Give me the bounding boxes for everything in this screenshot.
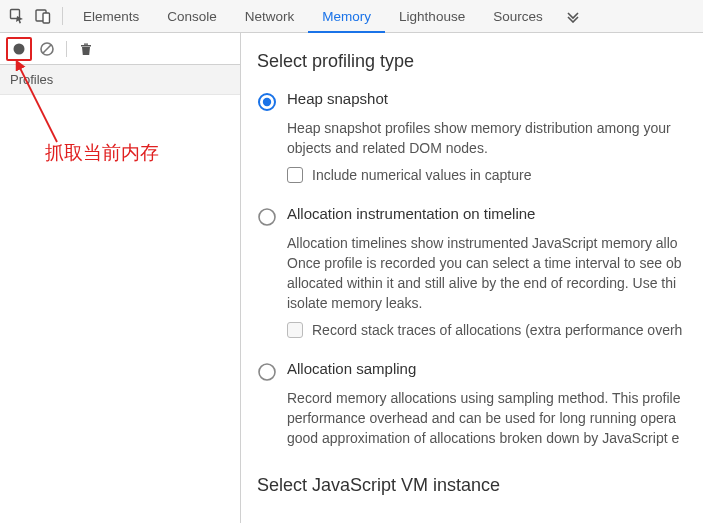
- checkbox-disabled-icon[interactable]: [287, 322, 303, 338]
- svg-point-3: [14, 43, 25, 54]
- device-toolbar-icon[interactable]: [30, 3, 56, 29]
- tab-console[interactable]: Console: [153, 0, 231, 33]
- clear-icon[interactable]: [34, 37, 60, 61]
- record-button[interactable]: [6, 37, 32, 61]
- allocation-record-stacktraces[interactable]: Record stack traces of allocations (extr…: [287, 322, 703, 338]
- option-allocation-sampling[interactable]: Allocation sampling: [257, 360, 703, 382]
- radio-unselected-icon[interactable]: [257, 207, 277, 227]
- heap-snapshot-label: Heap snapshot: [287, 90, 388, 107]
- allocation-sampling-desc: Record memory allocations using sampling…: [287, 388, 703, 449]
- tab-lighthouse[interactable]: Lighthouse: [385, 0, 479, 33]
- devtools-tabbar: Elements Console Network Memory Lighthou…: [0, 0, 703, 33]
- allocation-subcheck-label: Record stack traces of allocations (extr…: [312, 322, 682, 338]
- sidebar-profiles-header: Profiles: [0, 65, 240, 95]
- sidebar: Profiles: [0, 33, 241, 523]
- more-tabs-icon[interactable]: [557, 9, 587, 23]
- allocation-timeline-label: Allocation instrumentation on timeline: [287, 205, 535, 222]
- allocation-timeline-desc: Allocation timelines show instrumented J…: [287, 233, 703, 314]
- radio-unselected-icon[interactable]: [257, 362, 277, 382]
- tab-sources[interactable]: Sources: [479, 0, 557, 33]
- separator: [66, 41, 67, 57]
- sidebar-toolbar: [0, 33, 240, 65]
- option-allocation-instrumentation[interactable]: Allocation instrumentation on timeline: [257, 205, 703, 227]
- profiling-type-title: Select profiling type: [257, 51, 703, 72]
- heap-snapshot-desc: Heap snapshot profiles show memory distr…: [287, 118, 703, 159]
- svg-rect-2: [43, 13, 50, 23]
- checkbox-unchecked-icon[interactable]: [287, 167, 303, 183]
- inspect-element-icon[interactable]: [4, 3, 30, 29]
- panel-content: Select profiling type Heap snapshot Heap…: [241, 33, 703, 523]
- allocation-sampling-label: Allocation sampling: [287, 360, 416, 377]
- separator: [62, 7, 63, 25]
- trash-icon[interactable]: [73, 37, 99, 61]
- heap-subcheck-label: Include numerical values in capture: [312, 167, 531, 183]
- svg-point-7: [263, 98, 271, 106]
- heap-include-numerical[interactable]: Include numerical values in capture: [287, 167, 703, 183]
- svg-point-9: [259, 364, 275, 380]
- tab-network[interactable]: Network: [231, 0, 309, 33]
- radio-selected-icon[interactable]: [257, 92, 277, 112]
- svg-point-8: [259, 209, 275, 225]
- option-heap-snapshot[interactable]: Heap snapshot: [257, 90, 703, 112]
- tab-elements[interactable]: Elements: [69, 0, 153, 33]
- vm-instance-title: Select JavaScript VM instance: [257, 475, 703, 496]
- svg-line-5: [43, 44, 51, 52]
- tab-memory[interactable]: Memory: [308, 0, 385, 33]
